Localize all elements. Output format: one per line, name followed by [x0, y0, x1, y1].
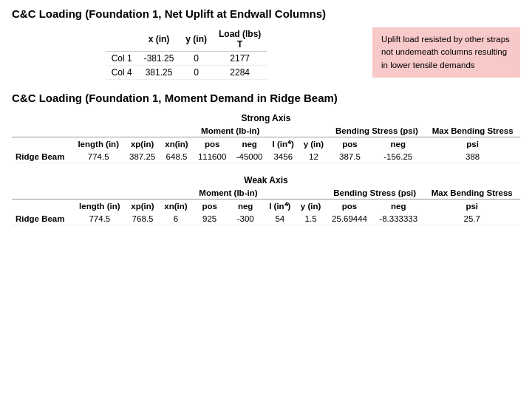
weak-axis-cell: 54 [264, 213, 296, 225]
strong-axis-section: Strong Axis Moment (lb-in)Bending Stress… [12, 113, 520, 163]
weak-axis-cell: Ridge Beam [12, 213, 73, 225]
column-header: length (in) [72, 137, 124, 151]
strong-axis-label: Strong Axis [12, 113, 520, 123]
column-header: xp(in) [124, 137, 160, 151]
weak-axis-cell: 774.5 [73, 213, 126, 225]
strong-axis-cell: 12 [299, 151, 328, 163]
strong-axis-cell: 3456 [267, 151, 299, 163]
uplift-table-wrapper: x (in)y (in)Load (lbs)TCol 1-381.2502177… [12, 27, 361, 80]
strong-axis-cell: -45000 [231, 151, 267, 163]
uplift-table: x (in)y (in)Load (lbs)TCol 1-381.2502177… [106, 27, 267, 80]
weak-axis-cell: 25.7 [423, 213, 520, 225]
strong-axis-cell: 387.5 [329, 151, 372, 163]
strong-axis-cell: 648.5 [160, 151, 193, 163]
weak-axis-table: Moment (lb-in)Bending Stress (psi)Max Be… [12, 187, 520, 225]
strong-axis-cell: 388 [425, 151, 520, 163]
uplift-cell: Col 1 [106, 52, 138, 66]
column-header: xn(in) [160, 137, 193, 151]
column-header: y (in) [299, 137, 328, 151]
column-header: I (in⁴) [264, 200, 296, 214]
uplift-cell: 0 [180, 52, 213, 66]
uplift-cell: 2177 [213, 52, 267, 66]
weak-axis-cell: 925 [192, 213, 227, 225]
uplift-cell: -381.25 [138, 52, 180, 66]
weak-axis-section: Weak Axis Moment (lb-in)Bending Stress (… [12, 175, 520, 225]
column-header: neg [227, 200, 265, 214]
column-header: xn(in) [159, 200, 192, 214]
top-section: x (in)y (in)Load (lbs)TCol 1-381.2502177… [12, 27, 520, 80]
strong-axis-cell: 387.25 [124, 151, 160, 163]
weak-axis-cell: 25.69444 [326, 213, 373, 225]
column-header: pos [193, 137, 231, 151]
weak-axis-cell: 6 [159, 213, 192, 225]
column-header: y (in) [296, 200, 326, 214]
page-title-2: C&C Loading (Foundation 1, Moment Demand… [12, 92, 520, 104]
strong-axis-cell: Ridge Beam [12, 151, 72, 163]
weak-axis-cell: 768.5 [126, 213, 160, 225]
uplift-cell: 381.25 [138, 66, 180, 80]
column-header: pos [329, 137, 372, 151]
page-title-1: C&C Loading (Foundation 1, Net Uplift at… [12, 7, 520, 20]
uplift-cell: Col 4 [106, 66, 138, 80]
column-header: pos [326, 200, 373, 214]
weak-axis-cell: -300 [227, 213, 265, 225]
weak-axis-label: Weak Axis [12, 175, 520, 185]
strong-axis-cell: 111600 [193, 151, 231, 163]
column-header: psi [423, 200, 520, 214]
column-header: neg [371, 137, 425, 151]
column-header: pos [192, 200, 227, 214]
uplift-cell: 0 [180, 66, 213, 80]
column-header: psi [425, 137, 520, 151]
column-header: neg [373, 200, 423, 214]
column-header: neg [231, 137, 267, 151]
callout-box: Uplift load resisted by other straps not… [372, 27, 520, 78]
column-header: I (in⁴) [267, 137, 299, 151]
strong-axis-table: Moment (lb-in)Bending Stress (psi)Max Be… [12, 125, 520, 163]
weak-axis-cell: 1.5 [296, 213, 326, 225]
column-header: xp(in) [126, 200, 160, 214]
strong-axis-cell: -156.25 [371, 151, 425, 163]
uplift-cell: 2284 [213, 66, 267, 80]
weak-axis-cell: -8.333333 [373, 213, 423, 225]
column-header: length (in) [73, 200, 126, 214]
strong-axis-cell: 774.5 [72, 151, 124, 163]
